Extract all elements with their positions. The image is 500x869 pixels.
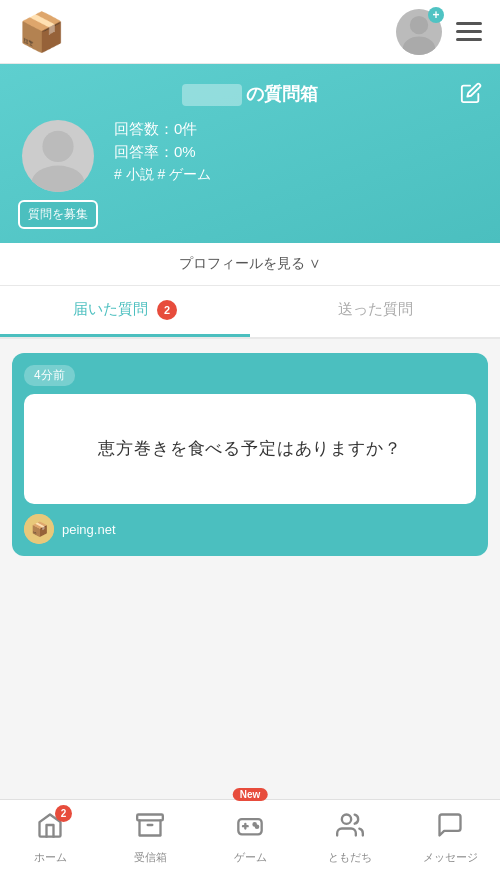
nav-friends[interactable]: ともだち (300, 800, 400, 869)
tab-sent[interactable]: 送った質問 (250, 286, 500, 337)
message-label: メッセージ (423, 850, 478, 865)
profile-person-icon (22, 120, 94, 192)
tab-received[interactable]: 届いた質問 2 (0, 286, 250, 337)
svg-point-0 (410, 15, 428, 33)
inbox-label: 受信箱 (134, 850, 167, 865)
peing-logo-icon: 📦 (24, 514, 54, 544)
nav-game[interactable]: New ゲーム (200, 800, 300, 869)
card-footer-source: peing.net (62, 522, 116, 537)
header-right: + (396, 9, 482, 55)
friends-label: ともだち (328, 850, 372, 865)
questions-area: 4分前 恵方巻きを食べる予定はありますか？ 📦 peing.net (0, 339, 500, 639)
hamburger-menu[interactable] (456, 22, 482, 41)
friends-icon (336, 811, 364, 846)
profile-title-row: の質問箱 (18, 82, 482, 106)
logo-icon: 📦 (18, 10, 65, 54)
game-icon (236, 811, 264, 846)
time-label: 4分前 (24, 365, 75, 386)
game-new-badge: New (233, 788, 268, 801)
inbox-icon (136, 811, 164, 846)
card-footer: 📦 peing.net (24, 514, 476, 544)
svg-point-1 (403, 36, 435, 54)
svg-rect-6 (137, 814, 163, 820)
header: 📦 + (0, 0, 500, 64)
nav-message[interactable]: メッセージ (400, 800, 500, 869)
tabs-row: 届いた質問 2 送った質問 (0, 286, 500, 339)
edit-icon[interactable] (460, 82, 482, 109)
question-bubble: 恵方巻きを食べる予定はありますか？ (24, 394, 476, 504)
profile-section: の質問箱 質問を募集 回答数：0件 回答率：0% (0, 64, 500, 243)
card-footer-logo: 📦 (24, 514, 54, 544)
nav-home[interactable]: 2 ホーム (0, 800, 100, 869)
bottom-nav: 2 ホーム 受信箱 New ゲーム (0, 799, 500, 869)
recruit-button[interactable]: 質問を募集 (18, 200, 98, 229)
profile-body: 質問を募集 回答数：0件 回答率：0% # 小説 # ゲーム (18, 120, 482, 243)
message-icon (436, 811, 464, 846)
answer-rate: 回答率：0% (114, 143, 482, 162)
home-badge: 2 (55, 805, 72, 822)
home-icon: 2 (36, 811, 64, 846)
question-card: 4分前 恵方巻きを食べる予定はありますか？ 📦 peing.net (12, 353, 488, 556)
svg-text:📦: 📦 (31, 521, 49, 538)
view-profile-row[interactable]: プロフィールを見る ∨ (0, 243, 500, 286)
received-badge: 2 (157, 300, 177, 320)
profile-info: 回答数：0件 回答率：0% # 小説 # ゲーム (114, 120, 482, 184)
username-bar (182, 84, 242, 106)
game-label: ゲーム (234, 850, 267, 865)
home-label: ホーム (34, 850, 67, 865)
svg-point-2 (42, 131, 73, 162)
svg-point-3 (32, 166, 85, 192)
svg-point-11 (342, 814, 351, 823)
add-avatar-badge: + (428, 7, 444, 23)
profile-title: の質問箱 (182, 82, 318, 106)
profile-avatar-col: 質問を募集 (18, 120, 98, 229)
svg-point-10 (256, 825, 258, 827)
profile-avatar (22, 120, 94, 192)
avatar-wrap[interactable]: + (396, 9, 442, 55)
nav-inbox[interactable]: 受信箱 (100, 800, 200, 869)
profile-tags: # 小説 # ゲーム (114, 166, 482, 184)
answer-count: 回答数：0件 (114, 120, 482, 139)
